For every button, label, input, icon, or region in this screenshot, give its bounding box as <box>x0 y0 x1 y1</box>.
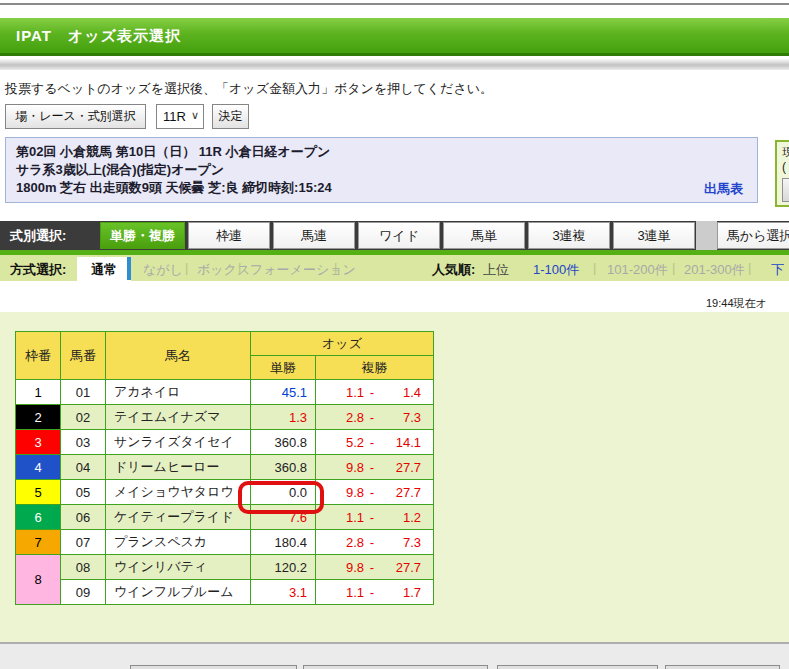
col-header-odds: オッズ <box>251 332 434 356</box>
horse-number-cell: 09 <box>61 580 106 605</box>
method-selected-marker <box>127 257 131 280</box>
race-info-box: 第02回 小倉競馬 第10日（日） 11R 小倉日経オープン サラ系3歳以上(混… <box>5 137 758 203</box>
fukusho-odds-cell[interactable]: 1.1-1.2 <box>316 505 434 530</box>
tansho-odds-cell[interactable]: 360.8 <box>251 455 316 480</box>
race-dropdown[interactable]: 11R ∨ <box>156 104 204 129</box>
header-divider <box>0 59 789 70</box>
range-separator: | <box>672 260 675 275</box>
range-separator: | <box>593 260 596 275</box>
select-race-type-button[interactable]: 場・レース・式別選択 <box>5 104 146 129</box>
popularity-rank-prefix: 上位 <box>483 261 509 279</box>
horse-number-cell: 03 <box>61 430 106 455</box>
horse-name-cell: ケイティープライド <box>106 505 251 530</box>
method-box[interactable]: ボックス <box>197 261 250 279</box>
odds-timestamp: 19:44現在オ <box>706 296 767 311</box>
tab-sanrentan[interactable]: 3連単 <box>613 222 695 249</box>
side-panel-text2: ( <box>782 160 789 175</box>
horse-number-cell: 02 <box>61 405 106 430</box>
bet-type-label: 式別選択: <box>10 227 66 245</box>
method-separator: | <box>238 260 241 275</box>
range-101-200[interactable]: 101-200件 <box>607 261 668 279</box>
side-panel-clipped: 現 ( <box>775 140 789 207</box>
fukusho-odds-cell[interactable]: 9.8-27.7 <box>316 455 434 480</box>
fukusho-odds-cell[interactable]: 1.1-1.4 <box>316 380 434 405</box>
odds-row: 303サンライズタイセイ360.85.2-14.1 <box>16 430 434 455</box>
waku-number-cell: 7 <box>16 530 61 555</box>
tansho-odds-cell[interactable]: 1.3 <box>251 405 316 430</box>
horse-number-cell: 04 <box>61 455 106 480</box>
tansho-odds-cell[interactable]: 120.2 <box>251 555 316 580</box>
tab-wide[interactable]: ワイド <box>358 222 440 249</box>
bottom-button-partial[interactable] <box>665 665 780 669</box>
horse-name-cell: ドリームヒーロー <box>106 455 251 480</box>
range-separator: | <box>748 260 751 275</box>
tab-wakuren[interactable]: 枠連 <box>188 222 270 249</box>
waku-number-cell: 3 <box>16 430 61 455</box>
horse-number-cell: 07 <box>61 530 106 555</box>
horse-number-cell: 05 <box>61 480 106 505</box>
method-formation[interactable]: フォーメーション <box>250 261 356 279</box>
tab-select-from-horse[interactable]: 馬から選択 <box>717 222 789 249</box>
tansho-odds-cell[interactable]: 360.8 <box>251 430 316 455</box>
tab-umaren[interactable]: 馬連 <box>273 222 355 249</box>
horse-name-cell: サンライズタイセイ <box>106 430 251 455</box>
waku-number-cell: 8 <box>16 555 61 605</box>
tansho-odds-cell[interactable]: 180.4 <box>251 530 316 555</box>
fukusho-odds-cell[interactable]: 1.1-1.7 <box>316 580 434 605</box>
col-header-tan: 単勝 <box>251 356 316 380</box>
col-header-name: 馬名 <box>106 332 251 380</box>
col-header-waku: 枠番 <box>16 332 61 380</box>
method-nagashi[interactable]: ながし <box>143 261 183 279</box>
odds-header-row-1: 枠番 馬番 馬名 オッズ <box>16 332 434 356</box>
method-separator: | <box>334 260 337 275</box>
odds-row: 606ケイティープライド7.61.1-1.2 <box>16 505 434 530</box>
entry-table-link[interactable]: 出馬表 <box>704 180 743 198</box>
title-bar: IPAT オッズ表示選択 <box>0 18 789 56</box>
range-1-100[interactable]: 1-100件 <box>533 261 579 279</box>
waku-number-cell: 2 <box>16 405 61 430</box>
horse-number-cell: 06 <box>61 505 106 530</box>
horse-name-cell: アカネイロ <box>106 380 251 405</box>
bottom-bar <box>0 642 789 669</box>
horse-name-cell: テイエムイナズマ <box>106 405 251 430</box>
waku-number-cell: 5 <box>16 480 61 505</box>
range-lower-clipped[interactable]: 下 <box>771 261 784 279</box>
bottom-button-partial[interactable] <box>303 665 488 669</box>
race-info-line3: 1800m 芝右 出走頭数9頭 天候曇 芝:良 締切時刻:15:24 <box>16 179 747 197</box>
odds-row: 404ドリームヒーロー360.89.8-27.7 <box>16 455 434 480</box>
method-label: 方式選択: <box>10 261 66 279</box>
tansho-odds-cell[interactable]: 45.1 <box>251 380 316 405</box>
horse-number-cell: 08 <box>61 555 106 580</box>
fukusho-odds-cell[interactable]: 2.8-7.3 <box>316 405 434 430</box>
tab-tanpuku[interactable]: 単勝・複勝 <box>100 222 185 249</box>
odds-row: 202テイエムイナズマ1.32.8-7.3 <box>16 405 434 430</box>
waku-number-cell: 6 <box>16 505 61 530</box>
top-divider <box>0 3 789 5</box>
chevron-down-icon: ∨ <box>191 109 199 122</box>
side-panel-text1: 現 <box>782 145 789 160</box>
tansho-odds-cell[interactable]: 7.6 <box>251 505 316 530</box>
bottom-button-partial[interactable] <box>130 665 297 669</box>
fukusho-odds-cell[interactable]: 9.8-27.7 <box>316 555 434 580</box>
side-panel-button-partial[interactable] <box>782 178 789 202</box>
popularity-label: 人気順: <box>432 261 475 279</box>
odds-row: 505メイショウヤタロウ0.09.8-27.7 <box>16 480 434 505</box>
tab-umatan[interactable]: 馬単 <box>443 222 525 249</box>
method-separator: | <box>185 260 188 275</box>
tab-sanrenpuku[interactable]: 3連複 <box>528 222 610 249</box>
horse-name-cell: ウインリバティ <box>106 555 251 580</box>
page-title: IPAT オッズ表示選択 <box>16 27 181 46</box>
method-tsuujou-selected[interactable]: 通常 <box>77 257 131 291</box>
range-201-300[interactable]: 201-300件 <box>684 261 745 279</box>
horse-name-cell: プランスペスカ <box>106 530 251 555</box>
tansho-odds-cell[interactable]: 3.1 <box>251 580 316 605</box>
race-info-line1: 第02回 小倉競馬 第10日（日） 11R 小倉日経オープン <box>16 143 747 161</box>
fukusho-odds-cell[interactable]: 9.8-27.7 <box>316 480 434 505</box>
bottom-button-partial[interactable] <box>497 665 658 669</box>
odds-row: 09ウインフルブルーム3.11.1-1.7 <box>16 580 434 605</box>
tansho-odds-cell[interactable]: 0.0 <box>251 480 316 505</box>
confirm-button[interactable]: 決定 <box>212 104 249 129</box>
fukusho-odds-cell[interactable]: 2.8-7.3 <box>316 530 434 555</box>
fukusho-odds-cell[interactable]: 5.2-14.1 <box>316 430 434 455</box>
bet-type-tab-bar: 式別選択: 単勝・複勝 枠連 馬連 ワイド 馬単 3連複 3連単 馬から選択 <box>0 221 789 250</box>
